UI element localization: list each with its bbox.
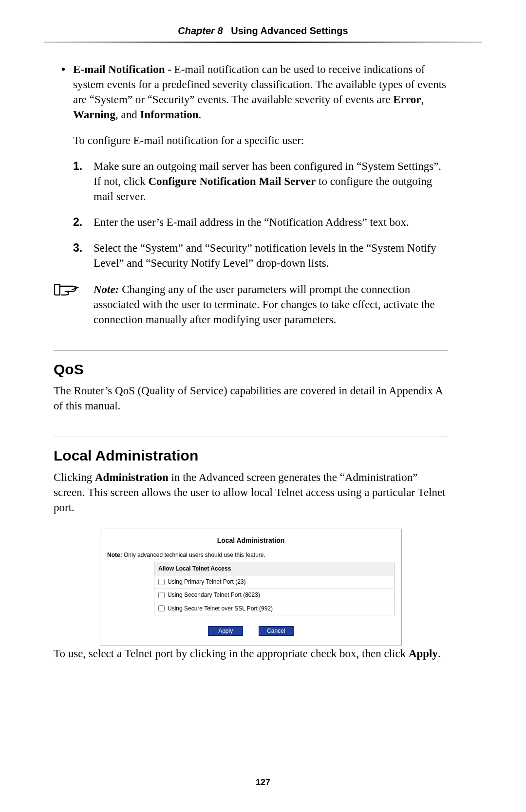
chapter-title: Using Advanced Settings — [231, 25, 348, 36]
ui-note-label: Note: — [107, 552, 122, 558]
telnet-option-label: Using Primary Telnet Port (23) — [168, 578, 246, 586]
step-number: 3. — [73, 240, 82, 256]
panel-heading: Allow Local Telnet Access — [154, 562, 394, 575]
allow-local-telnet-access-panel: Allow Local Telnet Access Using Primary … — [154, 562, 394, 615]
step-1: 1. Make sure an outgoing mail server has… — [54, 159, 448, 204]
pointing-hand-icon — [54, 281, 82, 302]
severity-error: Error — [393, 93, 421, 106]
step-bold: Configure Notification Mail Server — [148, 175, 316, 187]
configure-intro: To configure E-mail notification for a s… — [73, 133, 448, 148]
apply-button[interactable]: Apply — [208, 626, 243, 636]
running-header: Chapter 8 Using Advanced Settings — [0, 25, 526, 41]
telnet-option-label: Using Secondary Telnet Port (8023) — [168, 591, 260, 599]
telnet-ssl-checkbox[interactable] — [158, 605, 165, 611]
ui-note: Note: Only advanced technical users shou… — [107, 551, 394, 559]
telnet-primary-checkbox[interactable] — [158, 579, 165, 585]
page-number: 127 — [0, 777, 526, 788]
header-rule — [44, 41, 482, 43]
svg-rect-0 — [55, 284, 60, 295]
ui-note-text: Only advanced technical users should use… — [122, 552, 265, 558]
telnet-option-secondary[interactable]: Using Secondary Telnet Port (8023) — [154, 589, 394, 602]
section-rule — [54, 351, 448, 351]
severity-information: Information — [140, 109, 198, 121]
apply-label-inline: Apply — [409, 647, 438, 660]
qos-body: The Router’s QoS (Quality of Service) ca… — [54, 383, 448, 413]
telnet-option-label: Using Secure Telnet over SSL Port (992) — [168, 605, 273, 612]
qos-heading: QoS — [54, 360, 448, 380]
telnet-option-ssl[interactable]: Using Secure Telnet over SSL Port (992) — [154, 602, 394, 615]
note-text: Changing any of the user parameters will… — [94, 283, 435, 326]
step-3: 3. Select the “System” and “Security” no… — [54, 240, 448, 271]
section-rule — [54, 437, 448, 437]
administration-link-label: Administration — [95, 471, 169, 483]
severity-warning: Warning — [73, 109, 115, 121]
chapter-label: Chapter 8 — [178, 25, 223, 36]
step-2: 2. Enter the user’s E-mail address in th… — [54, 215, 448, 230]
step-number: 1. — [73, 159, 82, 174]
telnet-secondary-checkbox[interactable] — [158, 592, 165, 598]
button-row: Apply Cancel — [107, 626, 394, 636]
cancel-button[interactable]: Cancel — [259, 626, 294, 636]
ui-title: Local Administration — [107, 534, 394, 551]
bullet-email-notification: E-mail Notification - E-mail notificatio… — [54, 62, 448, 122]
local-admin-body: Clicking Administration in the Advanced … — [54, 470, 448, 515]
local-administration-screenshot: Local Administration Note: Only advanced… — [100, 529, 402, 646]
step-text: Enter the user’s E-mail address in the “… — [94, 216, 409, 228]
note-block: Note: Changing any of the user parameter… — [54, 282, 448, 327]
step-text: Select the “System” and “Security” notif… — [94, 242, 436, 269]
note-label: Note: — [94, 283, 119, 295]
local-admin-usage: To use, select a Telnet port by clicking… — [54, 646, 448, 661]
telnet-option-primary[interactable]: Using Primary Telnet Port (23) — [154, 575, 394, 589]
email-notification-label: E-mail Notification — [73, 63, 165, 75]
local-admin-heading: Local Administration — [54, 446, 448, 466]
step-number: 2. — [73, 215, 82, 230]
